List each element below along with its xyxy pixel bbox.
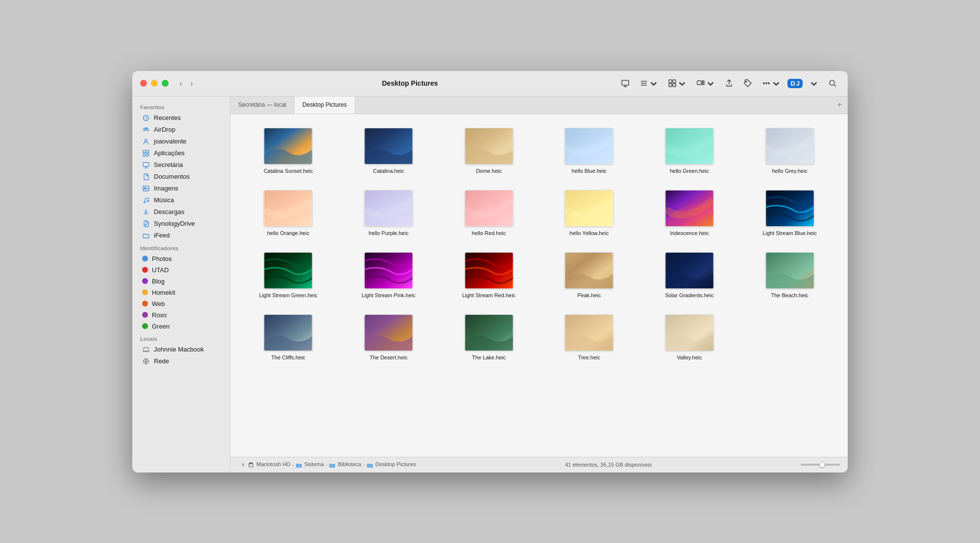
file-item-beach[interactable]: The Beach.heic xyxy=(741,248,838,303)
grid-view-button[interactable] xyxy=(665,77,689,90)
file-name: The Desert.heic xyxy=(369,354,408,361)
chevron-icon xyxy=(809,79,818,88)
sidebar-label-homekit: Homekit xyxy=(152,289,175,296)
monitor-icon xyxy=(621,79,630,88)
file-name: Peak.heic xyxy=(577,292,601,299)
chevron-down-icon2 xyxy=(678,79,686,88)
sidebar-item-recentes[interactable]: Recentes xyxy=(134,112,228,124)
file-item-lake[interactable]: The Lake.heic xyxy=(441,310,537,365)
sidebar-label-airdrop: AirDrop xyxy=(154,126,175,133)
sidebar-label-ifeed: iFeed xyxy=(154,232,170,239)
tab-bar: Secretária — local Desktop Pictures + xyxy=(230,96,848,114)
svg-point-11 xyxy=(746,81,747,82)
main-panel: Secretária — local Desktop Pictures + Ca… xyxy=(230,96,848,472)
file-item-hello-purple[interactable]: hello Purple.heic xyxy=(341,186,437,240)
chevron-button[interactable] xyxy=(807,77,821,90)
sidebar-item-green[interactable]: Green xyxy=(134,321,228,332)
file-item-light-stream-red[interactable]: Light Stream Red.heic xyxy=(441,248,537,303)
close-button[interactable] xyxy=(140,80,147,87)
sidebar-item-airdrop[interactable]: AirDrop xyxy=(134,124,228,136)
file-item-valley[interactable]: Valley.heic xyxy=(641,310,738,365)
file-item-light-stream-pink[interactable]: Light Stream Pink.heic xyxy=(341,248,437,303)
panel-close-button[interactable]: × xyxy=(238,460,248,470)
sidebar-item-descargas[interactable]: Descargas xyxy=(134,206,228,218)
forward-button[interactable]: › xyxy=(187,76,196,91)
status-bar: × Macintosh HD › Sistema xyxy=(230,457,848,472)
sidebar-label-synologydrive: SynologyDrive xyxy=(154,220,195,227)
maximize-button[interactable] xyxy=(162,80,169,87)
zoom-slider[interactable] xyxy=(801,464,840,466)
sidebar-item-rede[interactable]: Rede xyxy=(134,355,228,367)
file-item-catalina-sunset[interactable]: Catalina Sunset.heic xyxy=(240,124,337,178)
sidebar-item-roxo[interactable]: Roxo xyxy=(134,309,228,321)
sidebar-item-synologydrive[interactable]: SynologyDrive xyxy=(134,218,228,230)
file-name: Tree.heic xyxy=(578,354,600,361)
sidebar-item-aplicacoes[interactable]: Aplicações xyxy=(134,147,228,159)
file-thumbnail xyxy=(665,252,714,289)
sidebar-item-documentos[interactable]: Documentos xyxy=(134,171,228,183)
more-button[interactable] xyxy=(759,77,784,90)
file-item-tree[interactable]: Tree.heic xyxy=(541,310,637,365)
file-item-hello-blue[interactable]: hello Blue.heic xyxy=(541,124,637,178)
file-item-peak[interactable]: Peak.heic xyxy=(541,248,637,303)
file-item-hello-grey[interactable]: hello Grey.heic xyxy=(741,124,838,178)
status-text: 41 elementos, 36,15 GB disponíveis xyxy=(416,462,801,468)
sidebar-item-ifeed[interactable]: iFeed xyxy=(134,230,228,241)
sidebar-label-joaovalente: joaovalente xyxy=(154,138,187,145)
dot-roxo xyxy=(142,312,148,318)
list-view-button[interactable] xyxy=(637,77,661,90)
file-item-hello-yellow[interactable]: hello Yellow.heic xyxy=(541,186,637,240)
back-button[interactable]: ‹ xyxy=(176,76,185,91)
tag-button[interactable] xyxy=(740,77,755,90)
svg-point-15 xyxy=(830,80,834,85)
file-thumbnail xyxy=(765,190,814,227)
file-item-solar[interactable]: Solar Gradients.heic xyxy=(641,248,738,303)
sidebar-item-utad[interactable]: UTAD xyxy=(134,264,228,276)
sidebar-label-web: Web xyxy=(152,300,165,307)
minimize-button[interactable] xyxy=(151,80,158,87)
sidebar-item-musica[interactable]: Música xyxy=(134,194,228,206)
file-item-hello-orange[interactable]: hello Orange.heic xyxy=(240,186,337,240)
file-name: Iridescence.heic xyxy=(670,230,709,236)
app-icon-button[interactable]: D J xyxy=(787,79,803,88)
sidebar-item-joaovalente[interactable]: joaovalente xyxy=(134,136,228,147)
share-button[interactable] xyxy=(722,77,736,90)
search-button[interactable] xyxy=(825,77,840,90)
sidebar-label-imagens: Imagens xyxy=(154,185,178,192)
sidebar: Favoritos Recentes xyxy=(132,96,230,472)
sidebar-item-photos[interactable]: Photos xyxy=(134,253,228,264)
tag-icon xyxy=(743,79,752,88)
sidebar-label-aplicacoes: Aplicações xyxy=(154,149,185,157)
dot-photos xyxy=(142,256,148,261)
sidebar-item-johnnie[interactable]: Johnnie Macbook xyxy=(134,344,228,355)
sidebar-label-secretaria: Secretária xyxy=(154,161,183,168)
photo-icon xyxy=(142,185,150,192)
tab-secretaria[interactable]: Secretária — local xyxy=(230,96,294,114)
file-item-catalina[interactable]: Catalina.heic xyxy=(341,124,437,178)
file-item-hello-green[interactable]: hello Green.heic xyxy=(641,124,738,178)
file-item-hello-red[interactable]: hello Red.heic xyxy=(441,186,537,240)
sidebar-item-blog[interactable]: Blog xyxy=(134,276,228,287)
monitor-view-button[interactable] xyxy=(618,77,633,90)
tab-desktop-pictures[interactable]: Desktop Pictures xyxy=(294,96,355,114)
file-item-cliffs[interactable]: The Cliffs.heic xyxy=(240,310,337,365)
file-name: hello Orange.heic xyxy=(267,230,309,236)
sidebar-item-homekit[interactable]: Homekit xyxy=(134,287,228,298)
file-item-dome[interactable]: Dome.heic xyxy=(441,124,537,178)
file-item-light-stream-blue[interactable]: Light Stream Blue.heic xyxy=(741,186,838,240)
file-item-light-stream-green[interactable]: Light Stream Green.heic xyxy=(240,248,337,303)
tab-add-button[interactable]: + xyxy=(832,96,848,114)
gallery-view-button[interactable] xyxy=(693,77,718,90)
svg-rect-0 xyxy=(622,80,629,85)
file-name: Light Stream Green.heic xyxy=(259,292,318,299)
file-item-iridescence[interactable]: Iridescence.heic xyxy=(641,186,738,240)
svg-point-19 xyxy=(145,139,147,142)
sidebar-item-imagens[interactable]: Imagens xyxy=(134,183,228,194)
slider-track xyxy=(801,464,840,466)
file-item-desert[interactable]: The Desert.heic xyxy=(341,310,437,365)
sidebar-item-web[interactable]: Web xyxy=(134,298,228,309)
file-name: hello Green.heic xyxy=(670,167,709,174)
sidebar-section-identificadores: Identificadores xyxy=(132,241,230,253)
svg-point-27 xyxy=(144,201,146,203)
sidebar-item-secretaria[interactable]: Secretária xyxy=(134,159,228,171)
